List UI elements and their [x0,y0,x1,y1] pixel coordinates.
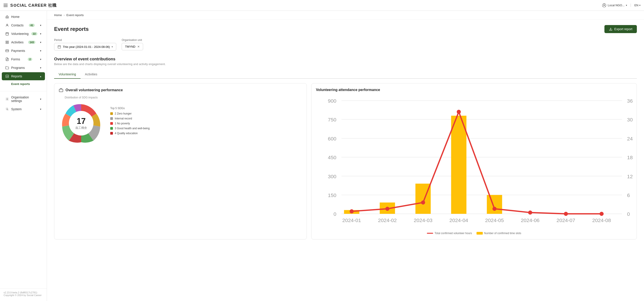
sidebar-programs-label: Programs [11,66,25,70]
reports-icon [5,74,9,78]
sidebar-item-system[interactable]: System ▾ [2,105,45,113]
user-chevron-icon: ▾ [626,4,627,6]
event-reports-label: Event reports [11,82,30,86]
org-unit-label: Organisation unit [122,38,143,42]
sidebar-home-label: Home [11,15,20,18]
svg-text:2024-06: 2024-06 [521,217,540,223]
svg-text:2024-02: 2024-02 [378,217,397,223]
svg-text:2024-03: 2024-03 [414,217,432,223]
page-header: Event reports Export report [54,25,637,33]
forms-arrow: ▾ [40,58,41,61]
svg-text:450: 450 [328,154,336,160]
charts-row: Overall volunteering performance Distrib… [54,83,637,240]
svg-point-48 [528,210,532,214]
legend-hours: Total confirmed volunteer hours [427,232,472,235]
svg-text:900: 900 [328,98,336,104]
main-content: Home › Event reports Event reports Expor… [47,11,644,301]
period-select[interactable]: This year (2024-01-01 - 2024-08-06) ▾ [54,43,116,50]
filters: Period This year (2024-01-01 - 2024-08-0… [54,38,637,50]
distribution-label: Distribution of SDG impacts [59,96,104,99]
svg-text:2024-07: 2024-07 [556,217,575,223]
section-title: Overview of event contributions [54,57,637,62]
breadcrumb-home[interactable]: Home [54,14,62,17]
contacts-arrow: ▾ [40,24,41,27]
sidebar-item-contacts[interactable]: Contacts 41 ▾ [2,21,45,29]
attendance-chart-legend: Total confirmed volunteer hours Number o… [316,232,632,235]
sidebar-item-event-reports[interactable]: Event reports [2,81,45,87]
donut-svg [59,101,104,146]
svg-rect-39 [487,195,502,214]
sidebar-item-reports[interactable]: Reports ▴ [2,72,45,80]
attendance-performance-card: Volunteering attendance performance [311,83,637,240]
sidebar-item-forms[interactable]: Forms 2 ▾ [2,55,45,63]
sidebar: Home Contacts 41 ▾ Volunteering 22 ▾ Act… [0,11,47,301]
legend-slots-icon [476,232,483,234]
export-report-button[interactable]: Export report [604,25,637,33]
svg-text:6: 6 [627,192,630,198]
legend-good-health: 3 Good health and well-being [110,127,150,130]
tab-activities[interactable]: Activities [80,70,102,79]
sidebar-item-home[interactable]: Home [2,13,45,21]
sidebar-item-programs[interactable]: Programs ▾ [2,64,45,72]
sidebar-item-org-settings[interactable]: Organisation settings ▾ [2,93,45,105]
attendance-svg: 900 750 600 450 300 150 0 36 30 24 18 [316,96,632,228]
forms-badge: 2 [28,58,32,61]
org-settings-icon [5,97,9,101]
legend-hours-icon [427,233,433,234]
tab-volunteering[interactable]: Volunteering [54,70,80,79]
svg-rect-4 [8,41,8,42]
legend-dot-good-health [110,127,113,130]
legend-internal-record: Internal record [110,117,150,120]
breadcrumb-current: Event reports [66,14,84,17]
svg-rect-7 [6,50,8,52]
svg-text:0: 0 [334,211,336,217]
legend-dot-internal-record [110,117,113,120]
logo: S⊙CIAL CAREER 社職 [10,3,56,8]
svg-rect-2 [6,33,8,35]
svg-point-43 [350,209,354,213]
donut-section: Distribution of SDG impacts [59,96,302,146]
svg-rect-11 [58,46,60,48]
svg-text:2024-08: 2024-08 [592,217,611,223]
topbar-right: Local NGO... ▾ EN ▾ [602,3,640,8]
calendar-icon [58,45,61,48]
org-unit-remove-button[interactable]: ✕ [137,45,140,48]
content-area: Event reports Export report Period This … [47,20,644,245]
sidebar-volunteering-label: Volunteering [11,32,28,36]
volunteering-badge: 22 [31,32,37,35]
svg-point-50 [600,212,604,216]
sidebar-item-activities[interactable]: Activities 143 ▾ [2,38,45,46]
section-desc: Below are the data and charts displaying… [54,62,637,66]
svg-text:150: 150 [328,192,336,198]
svg-text:750: 750 [328,117,336,122]
user-circle-icon [602,3,606,8]
page-title: Event reports [54,26,89,32]
top5-label: Top 5 SDGs [110,107,150,110]
system-label: System [11,107,22,111]
hamburger-menu[interactable] [4,4,8,7]
payments-arrow: ▾ [40,50,41,52]
download-icon [609,27,612,31]
svg-rect-38 [451,116,466,214]
svg-point-49 [564,212,568,216]
bar-chart-container: 900 750 600 450 300 150 0 36 30 24 18 [316,96,632,229]
user-menu[interactable]: Local NGO... ▾ [602,3,627,8]
system-arrow: ▾ [40,108,41,111]
activities-badge: 143 [28,41,35,44]
svg-point-9 [7,98,8,100]
svg-text:0: 0 [627,211,630,217]
legend-dot-zero-hunger [110,112,113,115]
sidebar-version: v2.23.0-beta.2 (8df6517c2781) Copyright … [0,288,47,299]
svg-text:36: 36 [627,98,632,104]
svg-rect-5 [6,42,7,44]
volunteering-performance-card: Overall volunteering performance Distrib… [54,83,307,240]
sidebar-item-volunteering[interactable]: Volunteering 22 ▾ [2,30,45,38]
payments-icon [5,49,9,52]
language-selector[interactable]: EN ▾ [630,4,640,7]
period-chevron-icon: ▾ [112,46,113,48]
sidebar-reports-label: Reports [11,74,22,78]
org-unit-value: TMYND [125,45,135,48]
sidebar-item-payments[interactable]: Payments ▾ [2,47,45,55]
svg-text:24: 24 [627,136,633,142]
layout: Home Contacts 41 ▾ Volunteering 22 ▾ Act… [0,11,644,301]
